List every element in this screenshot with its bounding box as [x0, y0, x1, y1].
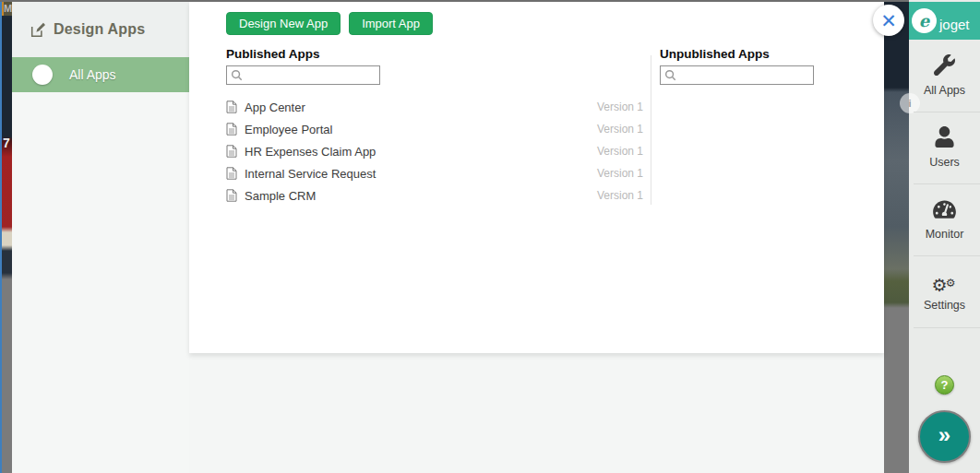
background-photo [2, 0, 12, 473]
toolbar-item-settings[interactable]: ⚙⚙ Settings [909, 255, 980, 327]
close-dialog-button[interactable]: ✕ [873, 5, 904, 36]
toolbar-item-all-apps[interactable]: All Apps [909, 40, 980, 112]
app-name: Sample CRM [245, 189, 597, 203]
right-toolbar: e joget i All Apps Users Monitor [909, 0, 980, 473]
wrench-icon [934, 54, 955, 79]
toolbar-item-label: Monitor [926, 228, 964, 241]
help-button[interactable]: ? [935, 375, 954, 395]
expand-chevron-button[interactable]: » [918, 410, 971, 463]
edit-pencil-icon [30, 22, 46, 38]
published-app-list: App Center Version 1 Employee Portal Ver… [226, 96, 643, 207]
app-row-employee-portal[interactable]: Employee Portal Version 1 [226, 118, 643, 140]
app-version: Version 1 [597, 101, 643, 113]
column-divider [651, 55, 651, 205]
app-name: Employee Portal [245, 123, 597, 136]
app-name: HR Expenses Claim App [245, 145, 597, 159]
toolbar-item-users[interactable]: Users [909, 112, 980, 183]
import-app-button[interactable]: Import App [349, 12, 433, 35]
unpublished-search-input[interactable] [679, 67, 813, 83]
app-version: Version 1 [597, 189, 643, 202]
document-icon [226, 145, 237, 158]
document-icon [226, 123, 237, 136]
design-apps-screen: M 7 Design Apps All Apps Design New App … [0, 0, 980, 473]
published-search-box [226, 65, 380, 85]
search-icon [664, 69, 676, 81]
app-row-sample-crm[interactable]: Sample CRM Version 1 [226, 184, 643, 207]
app-version: Version 1 [597, 145, 643, 158]
app-row-internal-service[interactable]: Internal Service Request Version 1 [226, 162, 643, 184]
app-row-hr-expenses[interactable]: HR Expenses Claim App Version 1 [226, 140, 643, 162]
sidebar: Design Apps All Apps [12, 2, 189, 473]
app-name: Internal Service Request [245, 167, 597, 181]
document-icon [226, 167, 237, 180]
toolbar-divider [914, 327, 980, 328]
background-photo-left-strip: M 7 [0, 0, 12, 473]
sidebar-header: Design Apps [12, 2, 189, 57]
unpublished-apps-heading: Unpublished Apps [660, 47, 770, 61]
joget-logo-icon: e [912, 8, 937, 33]
toolbar-item-label: All Apps [924, 84, 965, 97]
published-search-input[interactable] [245, 67, 379, 83]
toolbar-item-label: Users [929, 156, 960, 169]
gauge-icon [933, 199, 956, 223]
dialog-actions: Design New App Import App [226, 12, 433, 35]
search-icon [231, 69, 243, 81]
background-partial-text: M [2, 0, 12, 16]
document-icon [226, 189, 237, 202]
sidebar-item-label: All Apps [69, 67, 116, 82]
page-title: Design Apps [54, 21, 145, 38]
toolbar-item-monitor[interactable]: Monitor [909, 183, 980, 255]
user-icon [935, 126, 954, 151]
design-new-app-button[interactable]: Design New App [226, 12, 341, 35]
background-blue-edge [0, 0, 2, 473]
app-version: Version 1 [597, 167, 643, 180]
unpublished-search-box [660, 65, 814, 85]
background-photo-right-strip [884, 0, 909, 473]
document-icon [226, 101, 237, 113]
published-apps-heading: Published Apps [226, 47, 320, 61]
radio-circle-icon [32, 65, 53, 85]
app-name: App Center [245, 101, 597, 114]
app-version: Version 1 [597, 123, 643, 136]
background-photo-number: 7 [3, 136, 10, 150]
sidebar-item-all-apps[interactable]: All Apps [12, 57, 189, 92]
joget-brand-header[interactable]: e joget [909, 2, 980, 40]
toolbar-item-label: Settings [924, 299, 965, 312]
app-row-app-center[interactable]: App Center Version 1 [226, 96, 643, 118]
gears-icon: ⚙⚙ [932, 272, 958, 294]
design-apps-dialog: Design New App Import App Published Apps… [189, 2, 884, 353]
brand-name: joget [939, 9, 970, 32]
